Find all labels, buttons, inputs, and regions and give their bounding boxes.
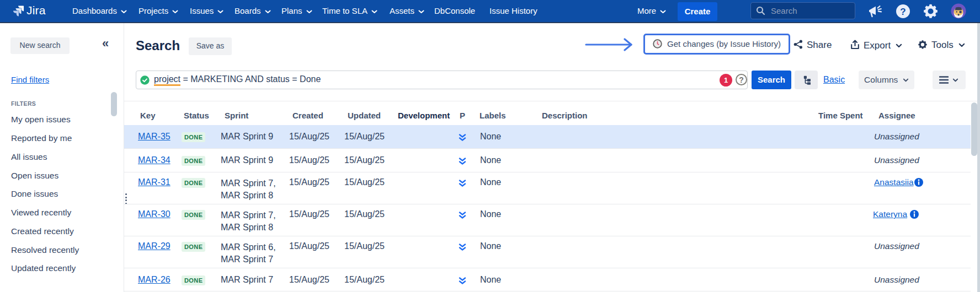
svg-text:?: ?	[900, 7, 906, 17]
